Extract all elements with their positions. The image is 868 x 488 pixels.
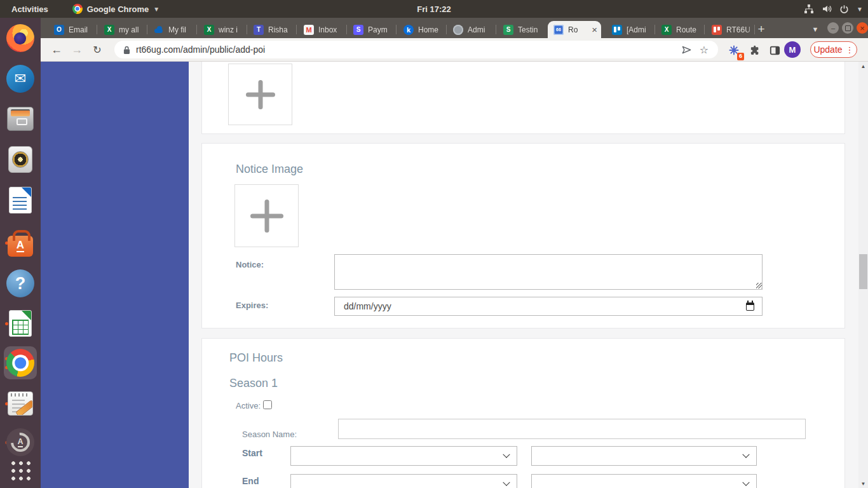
- start-label: Start: [242, 448, 262, 458]
- expires-date-field[interactable]: [334, 297, 763, 316]
- reload-button[interactable]: ↻: [88, 38, 107, 61]
- back-button[interactable]: ←: [47, 38, 66, 61]
- profile-avatar[interactable]: M: [784, 41, 801, 58]
- files-icon: [7, 107, 34, 131]
- send-to-device-icon[interactable]: [677, 45, 695, 55]
- window-close-button[interactable]: ×: [857, 22, 868, 34]
- url-text[interactable]: rt66ug.com/admin/public/add-poi: [136, 44, 677, 55]
- extensions-puzzle-icon[interactable]: [746, 42, 763, 58]
- stripe-icon: [353, 25, 363, 35]
- season-name-input[interactable]: [338, 419, 806, 439]
- kick-icon: [403, 25, 414, 35]
- tab-label: Paym: [368, 25, 397, 34]
- chrome-icon: [6, 349, 34, 377]
- new-tab-button[interactable]: +: [752, 21, 770, 37]
- dock-item-app-grid[interactable]: [4, 454, 37, 487]
- gmail-icon: [304, 25, 314, 35]
- scrollbar-thumb[interactable]: [859, 254, 867, 289]
- scroll-down-arrow-icon[interactable]: ▼: [858, 479, 868, 488]
- start-day-select[interactable]: [531, 446, 757, 466]
- thunderbird-icon: [6, 65, 34, 93]
- dock-item-thunderbird[interactable]: [4, 62, 37, 95]
- dock-item-libreoffice-calc[interactable]: [4, 307, 37, 340]
- tab-winz[interactable]: winz i: [198, 21, 247, 38]
- tab-my-fil[interactable]: My fil: [148, 21, 197, 38]
- teams-icon: [254, 25, 264, 35]
- notification-dot: [5, 322, 8, 325]
- clock[interactable]: Fri 17:22: [417, 0, 451, 18]
- window-minimize-button[interactable]: –: [827, 22, 839, 34]
- tab-strip: Email my all My fil winz i Risha Inbox P…: [41, 18, 868, 38]
- tab-label: Testin: [518, 25, 546, 34]
- chevron-down-icon: ▼: [153, 6, 159, 13]
- tab-search-chevron-icon[interactable]: ▼: [807, 21, 824, 37]
- window-maximize-button[interactable]: [842, 22, 853, 34]
- tab-rt66[interactable]: RT66U: [706, 21, 755, 38]
- tab-inbox[interactable]: Inbox: [298, 21, 347, 38]
- dock-item-libreoffice-writer[interactable]: [4, 184, 37, 217]
- image-upload-box[interactable]: [228, 64, 292, 125]
- expires-label: Expires:: [236, 301, 268, 310]
- tab-route66-active[interactable]: Ro ×: [548, 21, 601, 38]
- notice-textarea[interactable]: [334, 254, 763, 290]
- chevron-down-icon: ▼: [857, 6, 863, 13]
- dock-item-chrome[interactable]: [4, 346, 37, 379]
- tab-label: Email: [69, 25, 97, 34]
- forward-button[interactable]: →: [67, 38, 86, 61]
- excel-icon: [204, 25, 214, 35]
- resize-grip-icon[interactable]: [756, 283, 762, 288]
- notes-icon: [8, 391, 33, 416]
- page-scrollbar[interactable]: ▲ ▼: [858, 62, 868, 488]
- season-title: Season 1: [229, 377, 278, 390]
- tab-route[interactable]: Route: [656, 21, 705, 38]
- chevron-down-icon: [742, 478, 749, 485]
- section-title: POI Hours: [229, 351, 283, 365]
- dock: [0, 18, 41, 488]
- chevron-down-icon: [742, 451, 749, 458]
- chrome-update-button[interactable]: Update ⋮: [810, 41, 857, 58]
- close-icon[interactable]: ×: [592, 25, 597, 34]
- excel-icon: [661, 25, 672, 35]
- libreoffice-writer-icon: [9, 187, 32, 214]
- tab-label: winz i: [219, 25, 247, 34]
- dock-item-rhythmbox[interactable]: [4, 143, 37, 176]
- route66-icon: [553, 25, 564, 35]
- start-month-select[interactable]: [290, 446, 517, 466]
- end-label: End: [242, 476, 259, 486]
- calendar-icon[interactable]: [746, 302, 754, 311]
- tab-my-all[interactable]: my all: [98, 21, 147, 38]
- address-bar[interactable]: rt66ug.com/admin/public/add-poi ☆: [114, 41, 718, 58]
- active-checkbox[interactable]: [263, 400, 272, 409]
- dock-item-firefox[interactable]: [4, 22, 37, 55]
- system-tray[interactable]: ▼: [804, 0, 863, 18]
- tab-home[interactable]: Home: [398, 21, 447, 38]
- bookmark-star-icon[interactable]: ☆: [695, 44, 713, 56]
- dock-item-files[interactable]: [4, 102, 37, 135]
- active-label: Active:: [236, 401, 261, 410]
- tab-paym[interactable]: Paym: [348, 21, 397, 38]
- ubuntu-software-icon: [8, 236, 33, 257]
- app-menu[interactable]: Google Chrome ▼: [72, 4, 159, 14]
- web-page: Notice Image Notice: Expires: POI Hours …: [41, 62, 868, 488]
- app-grid-icon: [10, 459, 31, 481]
- tab-risha[interactable]: Risha: [248, 21, 297, 38]
- dock-item-ubuntu-software[interactable]: [4, 226, 37, 259]
- end-month-select[interactable]: [290, 474, 517, 488]
- dock-item-notes[interactable]: [4, 387, 37, 420]
- scroll-up-arrow-icon[interactable]: ▲: [858, 62, 868, 71]
- tab-testing[interactable]: Testin: [498, 21, 546, 38]
- end-day-select[interactable]: [531, 474, 757, 488]
- lock-icon[interactable]: [123, 45, 130, 55]
- tab-email[interactable]: Email: [48, 21, 97, 38]
- expires-date-input[interactable]: [335, 297, 746, 315]
- poi-hours-card: POI Hours Season 1 Active: Season Name: …: [201, 338, 845, 488]
- side-panel-icon[interactable]: [766, 42, 783, 58]
- dock-item-help[interactable]: [4, 267, 37, 300]
- tab-admin-bracket[interactable]: [Admi: [606, 21, 655, 38]
- extension-icon[interactable]: 6: [726, 42, 742, 58]
- tab-admin[interactable]: Admi: [447, 21, 496, 38]
- notice-image-upload-box[interactable]: [234, 184, 299, 247]
- help-icon: [6, 269, 34, 297]
- trello-red-icon: [712, 25, 722, 35]
- activities-button[interactable]: Activities: [6, 4, 53, 14]
